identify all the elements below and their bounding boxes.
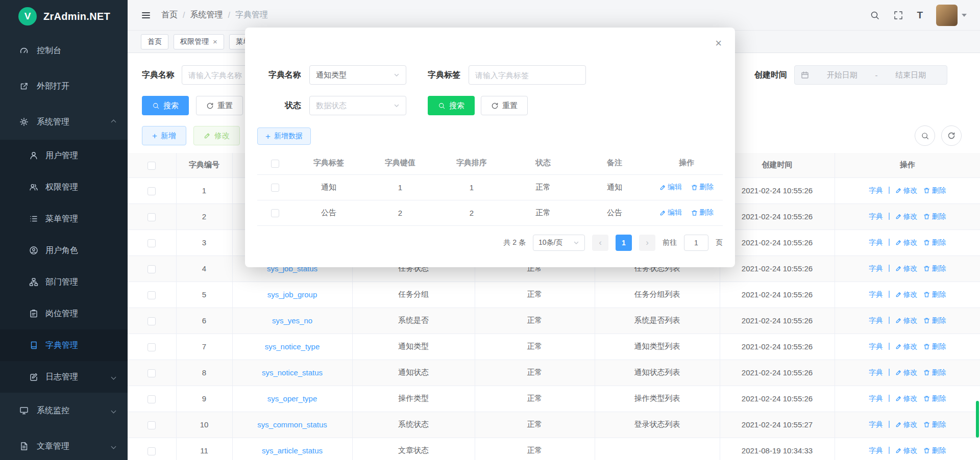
tab-permissions[interactable]: 权限管理 × <box>174 34 224 49</box>
row-delete-link[interactable]: 删除 <box>923 420 946 429</box>
sidebar-item-departments[interactable]: 部门管理 <box>0 266 128 298</box>
row-checkbox[interactable] <box>148 239 156 247</box>
row-edit-link[interactable]: 编辑 <box>659 208 682 217</box>
edit-button[interactable]: 修改 <box>193 126 240 145</box>
dict-type-link[interactable]: sys_article_status <box>262 446 323 455</box>
row-dict-data-link[interactable]: 字典 <box>869 342 883 351</box>
row-delete-link[interactable]: 删除 <box>923 446 946 455</box>
row-edit-link[interactable]: 修改 <box>895 342 918 351</box>
sidebar-item-dictionary[interactable]: 字典管理 <box>0 329 128 361</box>
row-edit-link[interactable]: 修改 <box>895 394 918 403</box>
row-checkbox[interactable] <box>148 395 156 403</box>
row-checkbox[interactable] <box>148 187 156 195</box>
user-menu[interactable] <box>936 5 967 26</box>
dict-name-select[interactable]: 通知类型 <box>309 65 406 85</box>
row-delete-link[interactable]: 删除 <box>923 368 946 377</box>
row-edit-link[interactable]: 修改 <box>895 186 918 195</box>
row-dict-data-link[interactable]: 字典 <box>869 212 883 221</box>
row-dict-data-link[interactable]: 字典 <box>869 264 883 273</box>
row-delete-link[interactable]: 删除 <box>923 238 946 247</box>
row-delete-link[interactable]: 删除 <box>923 316 946 325</box>
select-all-checkbox[interactable] <box>148 162 156 170</box>
sidebar-item-user-roles[interactable]: 用户角色 <box>0 235 128 266</box>
hamburger-icon[interactable] <box>141 10 151 20</box>
search-toggle-button[interactable] <box>915 125 935 146</box>
row-edit-link[interactable]: 修改 <box>895 290 918 299</box>
row-checkbox[interactable] <box>271 184 279 192</box>
sidebar-item-users[interactable]: 用户管理 <box>0 140 128 171</box>
row-checkbox[interactable] <box>148 213 156 221</box>
breadcrumb-item[interactable]: 系统管理 <box>190 10 223 20</box>
row-edit-link[interactable]: 修改 <box>895 238 918 247</box>
close-icon[interactable]: × <box>715 38 722 49</box>
scrollbar-thumb[interactable] <box>976 401 979 438</box>
dialog-reset-button[interactable]: 重置 <box>481 96 528 115</box>
next-page-button[interactable]: › <box>639 235 655 251</box>
row-checkbox[interactable] <box>271 209 279 217</box>
sidebar-item-menus[interactable]: 菜单管理 <box>0 203 128 235</box>
select-all-checkbox[interactable] <box>271 160 279 168</box>
sidebar-item-console[interactable]: 控制台 <box>0 33 128 68</box>
dict-type-link[interactable]: sys_notice_status <box>262 368 323 377</box>
row-checkbox[interactable] <box>148 291 156 299</box>
breadcrumb-item[interactable]: 首页 <box>161 10 178 20</box>
tab-home[interactable]: 首页 <box>141 34 168 49</box>
row-checkbox[interactable] <box>148 317 156 325</box>
add-data-button[interactable]: + 新增数据 <box>257 127 311 145</box>
row-edit-link[interactable]: 修改 <box>895 316 918 325</box>
row-edit-link[interactable]: 修改 <box>895 368 918 377</box>
row-dict-data-link[interactable]: 字典 <box>869 394 883 403</box>
dict-type-link[interactable]: sys_oper_type <box>267 394 317 403</box>
refresh-table-button[interactable] <box>941 125 962 146</box>
search-icon[interactable] <box>870 10 880 20</box>
row-edit-link[interactable]: 编辑 <box>659 183 682 192</box>
sidebar-item-permissions[interactable]: 权限管理 <box>0 171 128 203</box>
row-checkbox[interactable] <box>148 421 156 429</box>
status-select[interactable]: 数据状态 <box>309 96 406 115</box>
app-logo[interactable]: V ZrAdmin.NET <box>0 0 128 33</box>
row-dict-data-link[interactable]: 字典 <box>869 316 883 325</box>
sidebar-item-monitoring[interactable]: 系统监控 <box>0 393 128 428</box>
row-edit-link[interactable]: 修改 <box>895 212 918 221</box>
dialog-search-button[interactable]: 搜索 <box>428 96 475 115</box>
reset-button[interactable]: 重置 <box>196 96 243 115</box>
font-size-icon[interactable]: T <box>917 10 923 21</box>
row-delete-link[interactable]: 删除 <box>923 394 946 403</box>
dict-type-link[interactable]: sys_notice_type <box>265 342 320 351</box>
row-checkbox[interactable] <box>148 343 156 351</box>
dict-type-link[interactable]: sys_yes_no <box>272 316 312 325</box>
page-number-button[interactable]: 1 <box>616 235 632 251</box>
page-size-select[interactable]: 10条/页 <box>533 235 585 251</box>
dict-type-link[interactable]: sys_job_group <box>267 290 317 299</box>
row-checkbox[interactable] <box>148 447 156 455</box>
row-edit-link[interactable]: 修改 <box>895 446 918 455</box>
row-delete-link[interactable]: 删除 <box>923 264 946 273</box>
row-delete-link[interactable]: 删除 <box>691 208 714 217</box>
row-dict-data-link[interactable]: 字典 <box>869 186 883 195</box>
sidebar-item-system-mgmt[interactable]: 系统管理 <box>0 104 128 140</box>
row-dict-data-link[interactable]: 字典 <box>869 420 883 429</box>
row-delete-link[interactable]: 删除 <box>923 212 946 221</box>
goto-page-input[interactable] <box>684 235 708 251</box>
row-delete-link[interactable]: 删除 <box>691 183 714 192</box>
row-delete-link[interactable]: 删除 <box>923 186 946 195</box>
row-edit-link[interactable]: 修改 <box>895 420 918 429</box>
date-range-picker[interactable]: 开始日期 - 结束日期 <box>794 65 947 85</box>
row-delete-link[interactable]: 删除 <box>923 290 946 299</box>
row-checkbox[interactable] <box>148 369 156 377</box>
fullscreen-icon[interactable] <box>893 10 903 20</box>
add-button[interactable]: + 新增 <box>142 126 186 145</box>
close-icon[interactable]: × <box>213 38 217 45</box>
row-dict-data-link[interactable]: 字典 <box>869 446 883 455</box>
row-delete-link[interactable]: 删除 <box>923 342 946 351</box>
sidebar-item-articles[interactable]: 文章管理 <box>0 428 128 460</box>
sidebar-item-external[interactable]: 外部打开 <box>0 68 128 104</box>
dict-type-link[interactable]: sys_common_status <box>257 420 327 429</box>
row-dict-data-link[interactable]: 字典 <box>869 238 883 247</box>
dict-tag-input[interactable] <box>469 65 586 85</box>
row-dict-data-link[interactable]: 字典 <box>869 368 883 377</box>
row-dict-data-link[interactable]: 字典 <box>869 290 883 299</box>
sidebar-item-logs[interactable]: 日志管理 <box>0 361 128 393</box>
row-edit-link[interactable]: 修改 <box>895 264 918 273</box>
sidebar-item-posts[interactable]: 岗位管理 <box>0 298 128 329</box>
